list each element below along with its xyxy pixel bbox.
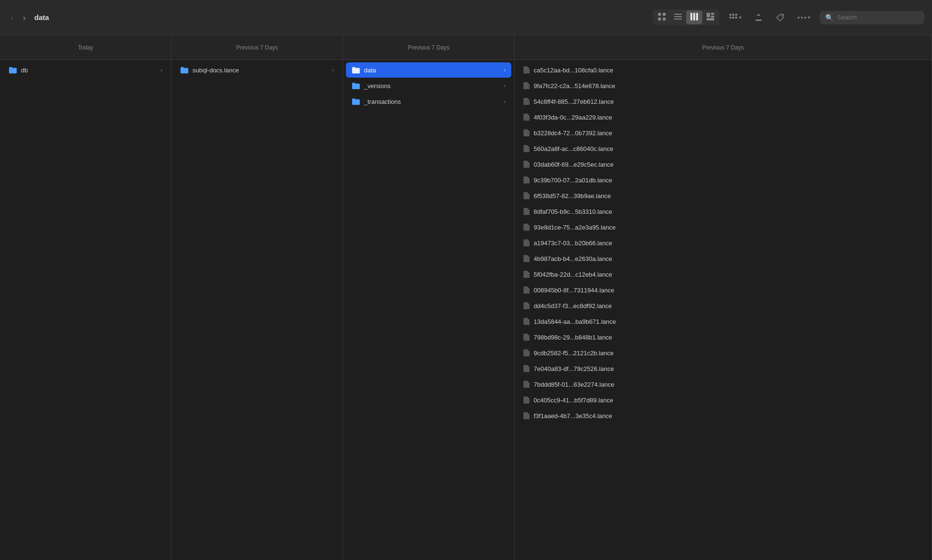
file-icon xyxy=(523,412,530,420)
item-label: 0c405cc9-41...b5f7d89.lance xyxy=(534,397,923,404)
list-item[interactable]: 93e8d1ce-75...a2e3a95.lance xyxy=(517,220,929,235)
list-item[interactable]: 5f042fba-22d...c12eb4.lance xyxy=(517,267,929,282)
more-button[interactable]: ▾ xyxy=(794,12,814,23)
file-icon xyxy=(523,255,530,262)
main-content: Today db › Previous 7 Days su xyxy=(0,35,932,560)
item-label: 9c39b700-07...2a01db.lance xyxy=(534,177,923,184)
list-item[interactable]: subql-docs.lance › xyxy=(174,62,340,78)
svg-rect-8 xyxy=(693,13,695,20)
item-arrow: › xyxy=(504,67,506,73)
search-icon: 🔍 xyxy=(825,14,833,21)
list-item[interactable]: 4b987acb-b4...e2630a.lance xyxy=(517,251,929,266)
view-column-button[interactable] xyxy=(686,10,702,24)
svg-rect-12 xyxy=(711,16,714,18)
search-input[interactable] xyxy=(837,14,919,21)
list-item[interactable]: 7e040a83-df...79c2526.lance xyxy=(517,361,929,376)
list-item[interactable]: 560a2a8f-ac...c86040c.lance xyxy=(517,141,929,156)
list-item[interactable]: _transactions › xyxy=(346,94,511,109)
list-item[interactable]: 54c8ff4f-885...27eb612.lance xyxy=(517,94,929,109)
item-label: 03dab60f-69...e29c5ec.lance xyxy=(534,161,923,168)
file-icon xyxy=(523,98,530,105)
search-box[interactable]: 🔍 xyxy=(820,11,924,24)
svg-rect-9 xyxy=(696,13,698,20)
item-label: 6f538d57-82...39b9ae.lance xyxy=(534,192,923,200)
back-button[interactable]: ‹ xyxy=(8,11,16,24)
item-label: subql-docs.lance xyxy=(192,67,328,74)
list-item[interactable]: 798bd98c-29...b848b1.lance xyxy=(517,330,929,345)
svg-rect-13 xyxy=(707,18,714,20)
forward-button[interactable]: › xyxy=(20,11,29,24)
item-label: ca5c12aa-bd...108cfa0.lance xyxy=(534,67,923,74)
file-icon xyxy=(523,333,530,341)
svg-point-20 xyxy=(781,15,783,16)
svg-rect-10 xyxy=(707,13,710,17)
item-label: 4f03f3da-0c...29aa229.lance xyxy=(534,114,923,121)
view-grid-button[interactable] xyxy=(654,10,670,24)
item-label: b3228dc4-72...0b7392.lance xyxy=(534,130,923,137)
item-arrow: › xyxy=(332,67,334,73)
item-label: 7e040a83-df...79c2526.lance xyxy=(534,365,923,372)
file-icon xyxy=(523,208,530,215)
item-label: 93e8d1ce-75...a2e3a95.lance xyxy=(534,224,923,231)
svg-rect-6 xyxy=(674,19,682,20)
svg-rect-17 xyxy=(729,17,731,19)
item-label: _versions xyxy=(364,82,500,90)
file-icon xyxy=(523,223,530,231)
svg-rect-16 xyxy=(735,14,737,16)
list-item[interactable]: b3228dc4-72...0b7392.lance xyxy=(517,125,929,140)
view-gallery-button[interactable] xyxy=(702,10,719,24)
tag-button[interactable] xyxy=(772,10,788,25)
column-2-header: Previous 7 Days xyxy=(172,35,343,60)
svg-rect-14 xyxy=(729,14,731,16)
folder-icon xyxy=(352,66,360,74)
nav-buttons: ‹ › xyxy=(8,11,29,24)
list-item[interactable]: f3f1aaed-4b7...3e35c4.lance xyxy=(517,408,929,423)
list-item[interactable]: 8dfaf705-b9c...5b3310.lance xyxy=(517,204,929,219)
list-item[interactable]: 9fa7fc22-c2a...514e678.lance xyxy=(517,78,929,93)
folder-icon xyxy=(180,66,189,74)
item-label: 798bd98c-29...b848b1.lance xyxy=(534,334,923,341)
list-item[interactable]: 008945b0-8f...7311944.lance xyxy=(517,282,929,298)
list-item[interactable]: 13da5844-aa...ba9b671.lance xyxy=(517,314,929,329)
list-item[interactable]: 9cdb2582-f5...2121c2b.lance xyxy=(517,345,929,360)
item-label: 9cdb2582-f5...2121c2b.lance xyxy=(534,350,923,357)
group-button[interactable]: ▾ xyxy=(725,10,745,25)
folder-icon xyxy=(352,82,360,90)
list-item[interactable]: db › xyxy=(3,62,168,78)
view-list-button[interactable] xyxy=(670,10,686,24)
item-label: data xyxy=(364,67,500,74)
item-label: 4b987acb-b4...e2630a.lance xyxy=(534,255,923,262)
svg-rect-2 xyxy=(658,18,661,20)
list-item[interactable]: 4f03f3da-0c...29aa229.lance xyxy=(517,110,929,125)
item-label: 9fa7fc22-c2a...514e678.lance xyxy=(534,82,923,90)
column-today-header: Today xyxy=(0,35,171,60)
list-item[interactable]: 03dab60f-69...e29c5ec.lance xyxy=(517,157,929,172)
svg-rect-11 xyxy=(711,13,714,15)
item-arrow: › xyxy=(504,99,506,104)
list-item[interactable]: dd4c5d37-f3...ec8df92.lance xyxy=(517,298,929,313)
list-item[interactable]: _versions › xyxy=(346,78,511,93)
view-mode-group xyxy=(653,10,719,25)
svg-rect-5 xyxy=(674,16,682,17)
item-label: 5f042fba-22d...c12eb4.lance xyxy=(534,271,923,278)
list-item[interactable]: 7bddd85f-01...63e2274.lance xyxy=(517,377,929,392)
column-today: Today db › xyxy=(0,35,172,560)
group-chevron-icon: ▾ xyxy=(739,15,741,20)
file-icon xyxy=(523,380,530,388)
list-item[interactable]: a19473c7-03...b20b66.lance xyxy=(517,235,929,250)
list-item[interactable]: data › xyxy=(346,62,511,78)
file-icon xyxy=(523,396,530,404)
list-item[interactable]: 0c405cc9-41...b5f7d89.lance xyxy=(517,392,929,408)
file-icon xyxy=(523,286,530,294)
svg-rect-4 xyxy=(674,14,682,15)
item-label: 13da5844-aa...ba9b671.lance xyxy=(534,318,923,325)
list-item[interactable]: 6f538d57-82...39b9ae.lance xyxy=(517,188,929,203)
item-label: 54c8ff4f-885...27eb612.lance xyxy=(534,98,923,105)
list-item[interactable]: ca5c12aa-bd...108cfa0.lance xyxy=(517,62,929,78)
toolbar: ‹ › data xyxy=(0,0,932,35)
share-button[interactable] xyxy=(751,10,766,25)
column-4: Previous 7 Days ca5c12aa-bd...108cfa0.la… xyxy=(515,35,932,560)
file-icon xyxy=(523,176,530,184)
list-item[interactable]: 9c39b700-07...2a01db.lance xyxy=(517,172,929,188)
file-icon xyxy=(523,82,530,90)
